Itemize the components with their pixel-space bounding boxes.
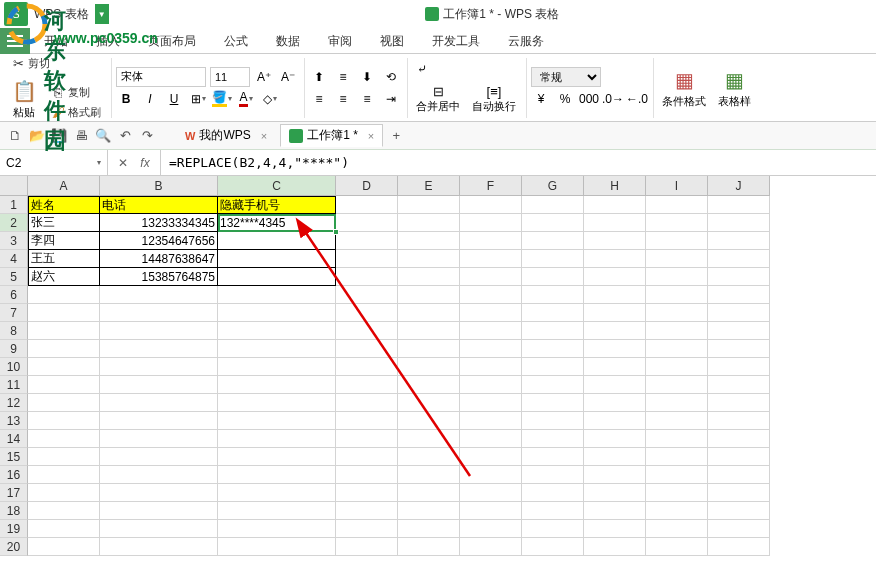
cell-F7[interactable] [460,304,522,322]
row-header-13[interactable]: 13 [0,412,28,430]
cell-B18[interactable] [100,502,218,520]
cell-H4[interactable] [584,250,646,268]
paste-button[interactable]: 📋粘贴 [6,75,42,122]
table-style-button[interactable]: ▦表格样 [714,64,755,111]
cell-F2[interactable] [460,214,522,232]
cell-D10[interactable] [336,358,398,376]
cell-E4[interactable] [398,250,460,268]
cell-D7[interactable] [336,304,398,322]
cell-I4[interactable] [646,250,708,268]
cell-H18[interactable] [584,502,646,520]
cell-H6[interactable] [584,286,646,304]
cell-E9[interactable] [398,340,460,358]
spreadsheet-grid[interactable]: ABCDEFGHIJ 12345678910111213141516171819… [0,176,876,556]
cell-J15[interactable] [708,448,770,466]
cell-F8[interactable] [460,322,522,340]
cell-I1[interactable] [646,196,708,214]
cell-F4[interactable] [460,250,522,268]
cell-A9[interactable] [28,340,100,358]
cell-C17[interactable] [218,484,336,502]
file-menu-button[interactable] [0,28,30,54]
cell-I20[interactable] [646,538,708,556]
cell-D18[interactable] [336,502,398,520]
cell-B4[interactable]: 14487638647 [100,250,218,268]
cell-C20[interactable] [218,538,336,556]
row-header-20[interactable]: 20 [0,538,28,556]
cell-J13[interactable] [708,412,770,430]
borders-button[interactable]: ⊞▾ [188,89,208,109]
cell-H12[interactable] [584,394,646,412]
thousands-button[interactable]: 000 [579,89,599,109]
cell-G7[interactable] [522,304,584,322]
cell-E18[interactable] [398,502,460,520]
cell-B11[interactable] [100,376,218,394]
orientation-button[interactable]: ⟲ [381,67,401,87]
cell-B12[interactable] [100,394,218,412]
open-button[interactable]: 📂 [28,127,46,145]
row-header-6[interactable]: 6 [0,286,28,304]
col-header-D[interactable]: D [336,176,398,196]
cell-E20[interactable] [398,538,460,556]
cell-J3[interactable] [708,232,770,250]
row-header-9[interactable]: 9 [0,340,28,358]
cell-J12[interactable] [708,394,770,412]
cell-G2[interactable] [522,214,584,232]
cell-H2[interactable] [584,214,646,232]
menu-devtools[interactable]: 开发工具 [418,28,494,54]
cell-E14[interactable] [398,430,460,448]
cell-F3[interactable] [460,232,522,250]
menu-view[interactable]: 视图 [366,28,418,54]
print-preview-button[interactable]: 🔍 [94,127,112,145]
decrease-font-button[interactable]: A⁻ [278,67,298,87]
cell-A19[interactable] [28,520,100,538]
cell-J2[interactable] [708,214,770,232]
cell-G3[interactable] [522,232,584,250]
cell-C1[interactable]: 隐藏手机号 [218,196,336,214]
cell-D20[interactable] [336,538,398,556]
new-button[interactable]: 🗋 [6,127,24,145]
cell-B1[interactable]: 电话 [100,196,218,214]
row-header-5[interactable]: 5 [0,268,28,286]
format-painter-button[interactable]: 🖌格式刷 [46,102,105,122]
cell-J11[interactable] [708,376,770,394]
cell-B5[interactable]: 15385764875 [100,268,218,286]
font-name-select[interactable] [116,67,206,87]
cell-B3[interactable]: 12354647656 [100,232,218,250]
row-header-10[interactable]: 10 [0,358,28,376]
cell-F17[interactable] [460,484,522,502]
cell-C14[interactable] [218,430,336,448]
fx-cancel-button[interactable]: ✕ [114,154,132,172]
cell-F18[interactable] [460,502,522,520]
menu-insert[interactable]: 插入 [82,28,134,54]
cell-H5[interactable] [584,268,646,286]
cell-A17[interactable] [28,484,100,502]
cell-J16[interactable] [708,466,770,484]
cell-E8[interactable] [398,322,460,340]
row-header-3[interactable]: 3 [0,232,28,250]
cell-G4[interactable] [522,250,584,268]
redo-button[interactable]: ↷ [138,127,156,145]
tab-my-wps[interactable]: W 我的WPS × [176,124,276,147]
cell-G5[interactable] [522,268,584,286]
wrap-text-button[interactable]: [≡]自动换行 [468,81,520,116]
cell-I6[interactable] [646,286,708,304]
cell-J18[interactable] [708,502,770,520]
cell-H1[interactable] [584,196,646,214]
cell-A10[interactable] [28,358,100,376]
cell-E6[interactable] [398,286,460,304]
col-header-J[interactable]: J [708,176,770,196]
cell-F20[interactable] [460,538,522,556]
currency-button[interactable]: ¥ [531,89,551,109]
cell-A6[interactable] [28,286,100,304]
cell-H15[interactable] [584,448,646,466]
cell-D6[interactable] [336,286,398,304]
cell-F5[interactable] [460,268,522,286]
cell-B15[interactable] [100,448,218,466]
cell-F13[interactable] [460,412,522,430]
cell-C16[interactable] [218,466,336,484]
cell-D17[interactable] [336,484,398,502]
row-header-18[interactable]: 18 [0,502,28,520]
cell-G13[interactable] [522,412,584,430]
cell-E19[interactable] [398,520,460,538]
cell-C15[interactable] [218,448,336,466]
